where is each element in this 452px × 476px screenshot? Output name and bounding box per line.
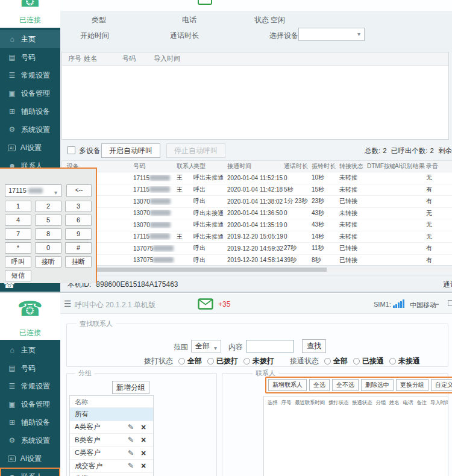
contacts-col-header: 接通状态 [352, 399, 372, 407]
dial-key-4[interactable]: 4 [5, 215, 31, 226]
add-contact-button[interactable]: 新增联系人 [268, 379, 307, 391]
customize-button[interactable]: 自定义 [431, 379, 452, 391]
device-select[interactable]: ▾ [298, 28, 365, 41]
radio-icon[interactable] [324, 358, 331, 365]
masked-digits [149, 233, 170, 239]
sidebar-item-aux-device[interactable]: ⊞辅助设备 [0, 413, 60, 431]
dial-status-option[interactable]: 全部 [178, 356, 202, 366]
menu-icon[interactable]: ☰ [64, 299, 72, 308]
group-row[interactable]: 成交客户✎× [70, 460, 153, 473]
edit-group-icon[interactable]: ✎ [124, 449, 137, 457]
masked-digits [150, 198, 171, 204]
call-log-row[interactable]: 9080017817115王呼出2020-01-04 11:42:185秒15秒… [62, 184, 452, 196]
sidebar-item-system-settings[interactable]: ⚙系统设置 [0, 121, 60, 139]
titlebar[interactable]: ☰ 呼叫中心 20.1.2.1 单机版 +35 SIM1: 中国移动 [60, 294, 452, 314]
cell-rec: 无 [426, 174, 442, 182]
change-group-button[interactable]: 更换分组 [396, 379, 428, 391]
call-log-row[interactable]: 9080017813070呼出未接通2020-01-04 11:36:50043… [62, 208, 452, 220]
dial-status-option[interactable]: 未拨打 [243, 356, 274, 366]
stop-auto-call-button[interactable]: 停止自动呼叫 [166, 143, 225, 158]
dial-key-9[interactable]: 9 [65, 228, 92, 240]
sidebar-item-numbers[interactable]: ▤号码 [0, 48, 60, 66]
radio-icon[interactable] [178, 358, 185, 365]
group-row[interactable]: C类客户✎× [70, 447, 153, 460]
backspace-button[interactable]: <-- [66, 184, 92, 197]
dial-key-0[interactable]: 0 [35, 242, 61, 254]
start-auto-call-button[interactable]: 开启自动呼叫 [101, 143, 160, 158]
delete-group-icon[interactable]: × [137, 448, 149, 458]
connect-status-option[interactable]: 未接通 [389, 356, 420, 366]
sidebar-item-aux-device[interactable]: ⊞辅助设备 [0, 102, 60, 121]
delete-selected-button[interactable]: 删除选中 [361, 379, 394, 391]
sidebar-item-general-settings[interactable]: ☰常规设置 [0, 377, 60, 395]
maximize-button[interactable] [448, 300, 452, 306]
group-row[interactable]: A类客户✎× [70, 421, 153, 434]
group-row[interactable]: 公海✎× [70, 473, 153, 476]
radio-icon[interactable] [207, 358, 214, 365]
dial-key-1[interactable]: 1 [5, 201, 31, 212]
delete-group-icon[interactable]: × [137, 435, 149, 445]
search-input[interactable] [246, 340, 294, 352]
delete-group-icon[interactable]: × [137, 422, 149, 432]
sidebar-item-home[interactable]: ⌂主页 [0, 341, 60, 359]
ai-settings-icon: AI [8, 145, 16, 151]
select-none-button[interactable]: 全不选 [332, 379, 359, 391]
sidebar-item-home[interactable]: ⌂主页 [0, 30, 60, 48]
answer-button[interactable]: 接听 [35, 256, 61, 268]
call-log-row[interactable]: 9080017817115王呼出未接通2020-01-04 11:52:1501… [62, 172, 452, 184]
radio-icon[interactable] [389, 358, 396, 365]
sidebar: ☎ 已连接 ⌂主页▤号码☰常规设置▣设备管理⊞辅助设备⚙系统设置AIAI设置☻联… [0, 294, 60, 476]
group-row[interactable]: 所有 [70, 408, 153, 421]
sidebar-item-device-manage[interactable]: ▣设备管理 [0, 84, 60, 102]
mail-icon[interactable] [198, 0, 212, 5]
sidebar-header: ☎ 已连接 [0, 294, 60, 340]
connect-status-option[interactable]: 已接通 [353, 356, 384, 366]
cell-number: 17115 [133, 233, 177, 240]
edit-group-icon[interactable]: ✎ [124, 436, 137, 444]
sidebar-item-ai-settings[interactable]: AIAI设置 [0, 139, 60, 157]
add-group-button[interactable]: 新增分组 [112, 381, 149, 394]
delete-group-icon[interactable]: × [137, 461, 149, 471]
minimize-button[interactable] [433, 304, 439, 305]
call-log-row[interactable]: 9080017813070呼出未接通2020-01-04 11:35:19043… [62, 219, 452, 231]
dial-status-option[interactable]: 已拨打 [207, 356, 238, 366]
mail-icon[interactable] [198, 298, 213, 312]
sidebar-item-contacts[interactable]: ☻联系人 [0, 468, 60, 476]
dial-key-6[interactable]: 6 [65, 215, 92, 226]
call-col-header: 振铃时长 [312, 162, 339, 171]
call-log-row[interactable]: 90800178137075呼出2019-12-20 14:58:1439秒8秒… [62, 255, 452, 266]
radio-icon[interactable] [243, 358, 250, 365]
edit-group-icon[interactable]: ✎ [124, 462, 137, 470]
call-log-row[interactable]: 9080017813070呼出2020-01-04 11:38:021分 23秒… [62, 196, 452, 208]
call-log-row[interactable]: 90800178137075呼出2019-12-20 14:59:3227秒11… [62, 243, 452, 255]
scrollbar-thumb[interactable] [89, 268, 327, 272]
dial-key-3[interactable]: 3 [65, 201, 92, 212]
sms-button[interactable]: 短信 [5, 270, 31, 281]
radio-icon[interactable] [353, 358, 360, 365]
sidebar-item-numbers[interactable]: ▤号码 [0, 359, 60, 377]
hangup-button[interactable]: 挂断 [65, 256, 92, 268]
dial-key-8[interactable]: 8 [35, 228, 61, 240]
horizontal-scrollbar[interactable] [61, 267, 452, 272]
dial-key-7[interactable]: 7 [5, 228, 31, 240]
edit-group-icon[interactable]: ✎ [124, 423, 137, 431]
scope-select[interactable]: 全部 ▾ [191, 340, 221, 352]
cell-ring: 8秒 [312, 256, 339, 265]
dial-key-5[interactable]: 5 [35, 215, 61, 226]
multi-device-checkbox[interactable] [67, 146, 75, 154]
dial-key-*[interactable]: * [5, 242, 31, 254]
search-button[interactable]: 查找 [302, 339, 326, 353]
connect-status-option[interactable]: 全部 [324, 356, 348, 366]
dial-key-#[interactable]: # [65, 242, 92, 254]
sidebar-item-device-manage[interactable]: ▣设备管理 [0, 395, 60, 413]
sidebar-item-system-settings[interactable]: ⚙系统设置 [0, 431, 60, 449]
group-row[interactable]: B类客户✎× [70, 434, 153, 447]
call-log-row[interactable]: 9080017817115王呼出未接通2019-12-20 15:05:1901… [62, 231, 452, 243]
dial-key-2[interactable]: 2 [35, 201, 61, 212]
sidebar-item-general-settings[interactable]: ☰常规设置 [0, 66, 60, 84]
select-all-button[interactable]: 全选 [309, 379, 330, 391]
call-button[interactable]: 呼叫 [5, 256, 31, 268]
cell-time: 2019-12-20 14:58:14 [227, 257, 284, 263]
sidebar-item-ai-settings[interactable]: AIAI设置 [0, 449, 60, 468]
dial-number-select[interactable]: 17115 ▾ [5, 184, 61, 197]
